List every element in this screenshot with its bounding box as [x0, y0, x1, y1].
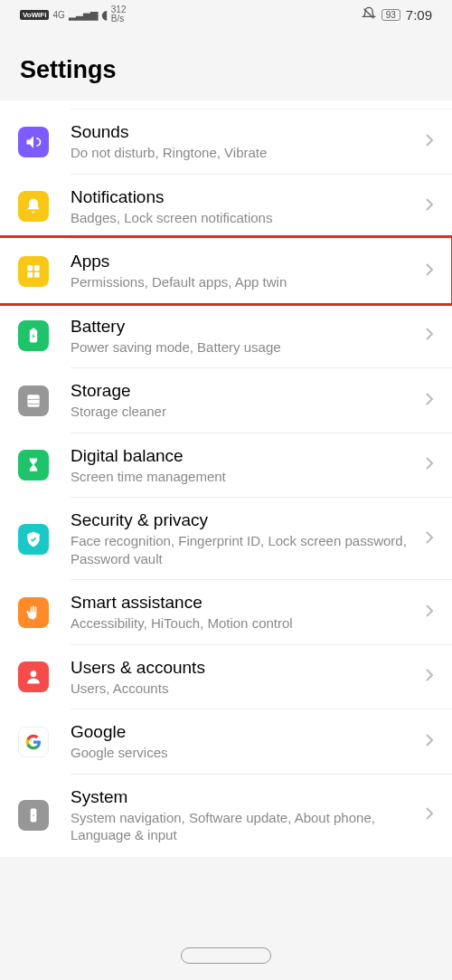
status-bar: VoWiFi 4G ▂▃▅▆ ◖ 312B/s 93 7:09	[0, 0, 452, 29]
item-title: Apps	[71, 252, 416, 271]
svg-rect-1	[27, 265, 33, 271]
chevron-right-icon	[425, 604, 434, 622]
apps-icon	[18, 256, 49, 287]
item-title: Smart assistance	[71, 593, 416, 613]
battery-icon	[18, 320, 49, 351]
page-title: Settings	[20, 56, 432, 84]
vowifi-badge: VoWiFi	[20, 10, 49, 20]
item-title: Battery	[71, 317, 416, 337]
settings-item-users[interactable]: Users & accounts Users, Accounts	[0, 645, 452, 710]
chevron-right-icon	[425, 530, 434, 548]
settings-item-storage[interactable]: Storage Storage cleaner	[0, 368, 452, 433]
item-subtitle: Permissions, Default apps, App twin	[71, 273, 416, 291]
sounds-icon	[18, 127, 49, 157]
item-title: Storage	[71, 381, 416, 401]
item-subtitle: Screen time management	[71, 468, 416, 486]
item-title: Users & accounts	[71, 658, 416, 678]
svg-rect-2	[34, 265, 40, 271]
status-right: 93 7:09	[362, 6, 432, 24]
battery-indicator: 93	[381, 9, 400, 21]
status-left: VoWiFi 4G ▂▃▅▆ ◖ 312B/s	[20, 5, 126, 24]
item-title: Security & privacy	[71, 510, 416, 530]
svg-rect-3	[27, 272, 33, 278]
chevron-right-icon	[425, 327, 434, 345]
item-title: Google	[71, 722, 416, 742]
item-subtitle: Google services	[71, 744, 416, 762]
settings-item-digital-balance[interactable]: Digital balance Screen time management	[0, 433, 452, 499]
digital-balance-icon	[18, 450, 49, 480]
chevron-right-icon	[425, 806, 434, 824]
item-title: Sounds	[71, 122, 416, 142]
mute-icon	[362, 6, 376, 24]
settings-item-apps[interactable]: Apps Permissions, Default apps, App twin	[0, 239, 452, 304]
partial-prev-item	[71, 100, 452, 109]
item-title: Notifications	[71, 187, 416, 207]
home-indicator[interactable]	[181, 947, 271, 964]
chevron-right-icon	[425, 197, 434, 215]
settings-item-system[interactable]: System System navigation, Software updat…	[0, 775, 452, 857]
page-header: Settings	[0, 29, 452, 100]
storage-icon	[18, 385, 49, 416]
user-icon	[18, 661, 49, 692]
svg-rect-6	[32, 328, 34, 330]
chevron-right-icon	[425, 668, 434, 686]
settings-item-notifications[interactable]: Notifications Badges, Lock screen notifi…	[0, 175, 452, 240]
svg-point-12	[33, 814, 34, 816]
item-subtitle: Badges, Lock screen notifications	[71, 209, 416, 227]
settings-item-google[interactable]: Google Google services	[0, 709, 452, 775]
chevron-right-icon	[425, 392, 434, 410]
item-subtitle: System navigation, Software update, Abou…	[71, 809, 416, 844]
hand-icon	[18, 597, 49, 628]
clock: 7:09	[406, 7, 432, 23]
item-subtitle: Power saving mode, Battery usage	[71, 338, 416, 357]
google-icon	[18, 727, 49, 757]
svg-rect-7	[27, 395, 39, 406]
notifications-icon	[18, 191, 49, 222]
item-subtitle: Face recognition, Fingerprint ID, Lock s…	[71, 532, 416, 567]
item-title: System	[71, 787, 416, 807]
item-subtitle: Users, Accounts	[71, 680, 416, 698]
settings-item-smart-assistance[interactable]: Smart assistance Accessibility, HiTouch,…	[0, 580, 452, 645]
item-subtitle: Storage cleaner	[71, 403, 416, 421]
settings-item-security[interactable]: Security & privacy Face recognition, Fin…	[0, 498, 452, 580]
shield-icon	[18, 524, 49, 555]
net-speed: 312B/s	[111, 5, 127, 24]
item-title: Digital balance	[71, 446, 416, 466]
item-subtitle: Do not disturb, Ringtone, Vibrate	[71, 144, 416, 162]
settings-item-sounds[interactable]: Sounds Do not disturb, Ringtone, Vibrate	[0, 109, 452, 175]
settings-list: Sounds Do not disturb, Ringtone, Vibrate…	[0, 100, 452, 857]
chevron-right-icon	[425, 133, 434, 151]
chevron-right-icon	[425, 456, 434, 474]
wifi-icon: ◖	[101, 7, 108, 22]
item-subtitle: Accessibility, HiTouch, Motion control	[71, 614, 416, 633]
signal-icon: ▂▃▅▆	[69, 9, 98, 21]
settings-item-battery[interactable]: Battery Power saving mode, Battery usage	[0, 304, 452, 369]
chevron-right-icon	[425, 262, 434, 281]
system-icon	[18, 800, 49, 831]
network-type: 4G	[52, 10, 64, 20]
svg-rect-4	[34, 272, 40, 278]
svg-point-10	[31, 671, 37, 678]
chevron-right-icon	[425, 733, 434, 751]
